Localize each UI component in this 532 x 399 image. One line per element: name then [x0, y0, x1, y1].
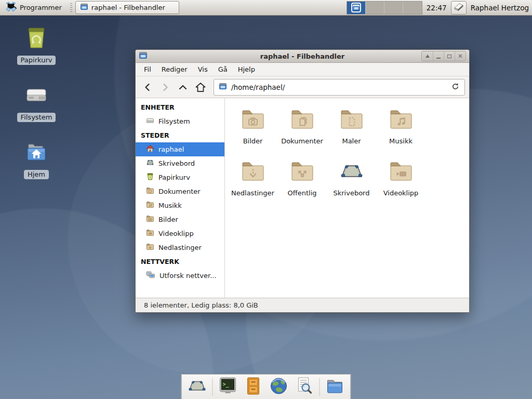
taskbar-window-icon — [80, 3, 88, 12]
folder-music-icon — [389, 107, 414, 134]
maximize-button[interactable] — [444, 51, 455, 61]
desktop-icon-trash[interactable]: Papirkurv — [11, 25, 61, 65]
folder-document-icon — [290, 107, 315, 134]
menu-rediger[interactable]: Rediger — [156, 64, 193, 75]
workspace-1[interactable] — [347, 2, 366, 14]
status-text: 8 ielementer, Ledig plass: 8,0 GiB — [144, 301, 258, 309]
pathbar[interactable]: /home/raphael/ — [214, 79, 465, 96]
terminal-button[interactable]: >_ — [218, 377, 238, 397]
file-grid: Bilder — [225, 100, 433, 208]
file-item-skrivebord[interactable]: Skrivebord — [327, 156, 376, 208]
sidebar-item-papirkurv[interactable]: Papirkurv — [136, 170, 224, 184]
svg-text:>_: >_ — [223, 381, 230, 388]
file-manager-window: raphael - Filbehandler ✕ Fil Rediger Vis… — [135, 49, 470, 313]
search-icon — [295, 376, 314, 397]
file-item-videoklipp[interactable]: Videoklipp — [376, 156, 425, 208]
window-title: raphael - Filbehandler — [136, 52, 469, 60]
workspace-2[interactable] — [366, 2, 384, 14]
file-view[interactable]: Bilder — [225, 100, 468, 298]
folder-share-icon — [290, 159, 315, 185]
window-controls: ✕ — [421, 51, 466, 61]
desktop-icon — [339, 159, 364, 185]
taskbar-window-title: raphael - Filbehandler — [91, 4, 165, 11]
taskbar-window-button[interactable]: raphael - Filbehandler — [75, 1, 179, 14]
sidebar-item-musikk[interactable]: Musikk — [136, 198, 224, 212]
xfce-logo-icon — [5, 1, 17, 14]
file-manager-icon — [325, 376, 345, 397]
sidebar-item-network[interactable]: Utforsk nettver... — [136, 269, 224, 283]
user-name[interactable]: Raphael Hertzog — [471, 4, 530, 12]
window-icon — [139, 51, 148, 61]
titlebar[interactable]: raphael - Filbehandler ✕ — [136, 50, 469, 63]
user-session-button[interactable] — [451, 1, 467, 15]
search-tool-button[interactable] — [294, 377, 315, 397]
file-item-offentlig[interactable]: Offentlig — [277, 156, 327, 208]
workspace-3[interactable] — [384, 2, 403, 14]
toolbar: /home/raphael/ — [136, 76, 469, 98]
home-button[interactable] — [193, 79, 208, 95]
terminal-icon: >_ — [218, 376, 238, 397]
folder-icon — [146, 243, 154, 252]
desktop-wallpaper: Programmer raphael - Filbehandler — [0, 0, 532, 399]
folder-template-icon — [339, 107, 364, 134]
taskbar-grip[interactable] — [70, 3, 72, 12]
trash-icon — [23, 25, 49, 54]
sidebar-header-devices: ENHETER — [136, 100, 224, 114]
minimize-button[interactable] — [433, 51, 444, 61]
workspace-switcher — [347, 1, 422, 15]
up-button[interactable] — [175, 79, 191, 95]
workspace-4[interactable] — [403, 2, 422, 14]
reload-icon[interactable] — [451, 82, 460, 92]
dock: >_ — [181, 374, 351, 399]
menu-vis[interactable]: Vis — [193, 64, 213, 75]
close-button[interactable]: ✕ — [455, 51, 466, 61]
sidebar-item-videoklipp[interactable]: Videoklipp — [136, 227, 224, 241]
desktop-icon — [146, 158, 154, 168]
panel-right-area: 22:47 Raphael Hertzog — [347, 1, 530, 15]
sidebar-item-bilder[interactable]: Bilder — [136, 212, 224, 227]
sidebar-item-filsystem[interactable]: Filsystem — [136, 114, 224, 128]
menu-hjelp[interactable]: Hjelp — [233, 64, 260, 75]
show-desktop-icon — [188, 376, 207, 397]
folder-icon — [146, 187, 154, 196]
menu-ga[interactable]: Gå — [213, 64, 233, 75]
file-cabinet-icon — [244, 376, 263, 397]
forward-button[interactable] — [157, 79, 173, 95]
network-icon — [146, 271, 155, 281]
file-item-bilder[interactable]: Bilder — [228, 104, 277, 156]
applications-menu-button[interactable]: Programmer — [2, 1, 65, 15]
desktop-icon-home[interactable]: Hjem — [11, 139, 61, 179]
file-item-dokumenter[interactable]: Dokumenter — [277, 104, 327, 156]
show-desktop-button[interactable] — [187, 377, 208, 397]
file-item-maler[interactable]: Maler — [327, 104, 376, 156]
sidebar-item-nedlastinger[interactable]: Nedlastinger — [136, 241, 224, 255]
path-folder-icon — [219, 82, 227, 92]
folder-icon — [146, 201, 154, 210]
home-icon — [146, 144, 154, 154]
window-content: ENHETER Filsystem STEDER — [136, 98, 469, 298]
file-manager-button[interactable] — [325, 377, 345, 397]
harddrive-icon — [146, 116, 154, 126]
clock[interactable]: 22:47 — [427, 4, 447, 12]
file-cabinet-button[interactable] — [243, 377, 264, 397]
sidebar-item-skrivebord[interactable]: Skrivebord — [136, 156, 224, 170]
file-item-nedlastinger[interactable]: Nedlastinger — [228, 156, 277, 208]
sidebar-header-places: STEDER — [136, 128, 224, 142]
menubar: Fil Rediger Vis Gå Hjelp — [136, 63, 469, 76]
web-browser-button[interactable] — [269, 377, 289, 397]
sidebar-item-raphael[interactable]: raphael — [136, 142, 224, 156]
top-panel: Programmer raphael - Filbehandler — [0, 0, 532, 16]
menu-fil[interactable]: Fil — [139, 64, 156, 75]
eraser-icon — [453, 2, 464, 14]
file-item-musikk[interactable]: Musikk — [376, 104, 425, 156]
desktop-icon-label: Hjem — [24, 170, 49, 179]
trash-icon — [146, 172, 154, 182]
path-input[interactable]: /home/raphael/ — [231, 83, 447, 91]
shade-button[interactable] — [422, 51, 433, 61]
desktop-icon-filesystem[interactable]: Filsystem — [11, 82, 61, 122]
back-button[interactable] — [140, 79, 155, 95]
workspace-window-icon — [352, 4, 360, 11]
sidebar-item-dokumenter[interactable]: Dokumenter — [136, 184, 224, 198]
folder-video-icon — [389, 159, 414, 185]
folder-download-icon — [241, 159, 265, 185]
